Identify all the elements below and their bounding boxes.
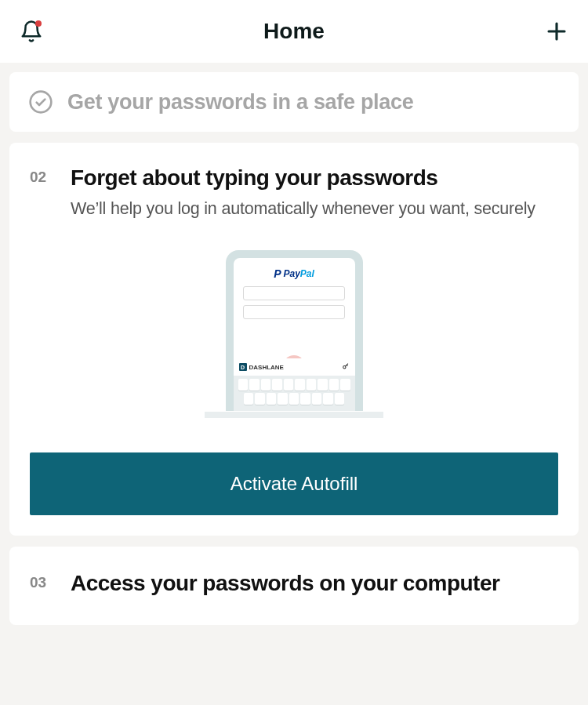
completed-step-card[interactable]: Get your passwords in a safe place — [9, 72, 579, 132]
svg-point-2 — [31, 92, 52, 113]
shadow-icon — [205, 412, 383, 418]
step-subtitle: We’ll help you log in automatically when… — [71, 199, 558, 219]
strip-brand-text: DASHLANE — [249, 364, 284, 371]
illustration-input — [243, 286, 345, 300]
dashlane-logo-icon: D — [239, 363, 247, 371]
keyboard-strip: D DASHLANE — [234, 358, 355, 376]
app-header: Home — [0, 0, 588, 63]
brand-text: Pal — [300, 268, 314, 279]
step-title: Access your passwords on your computer — [71, 570, 558, 597]
current-step-card: 02 Forget about typing your passwords We… — [9, 143, 579, 536]
completed-step-title: Get your passwords in a safe place — [67, 90, 413, 114]
add-button[interactable] — [544, 19, 569, 44]
notification-dot-icon — [35, 20, 42, 27]
phone-screen: P PayPal — [234, 258, 355, 364]
autofill-illustration: P PayPal D DASHLANE — [216, 250, 372, 415]
check-circle-icon — [28, 89, 53, 114]
illustration-input — [243, 305, 345, 319]
step-header: 03 Access your passwords on your compute… — [30, 570, 558, 597]
page-title: Home — [44, 19, 544, 44]
paypal-logo-icon: P PayPal — [274, 267, 314, 280]
step-number: 02 — [30, 169, 53, 186]
next-step-card[interactable]: 03 Access your passwords on your compute… — [9, 547, 579, 625]
phone-frame-icon: P PayPal D DASHLANE — [226, 250, 363, 411]
step-title: Forget about typing your passwords — [71, 165, 558, 191]
key-icon — [342, 362, 350, 372]
step-number: 03 — [30, 574, 53, 591]
keyboard-icon — [234, 376, 355, 411]
main-content: Get your passwords in a safe place 02 Fo… — [0, 63, 588, 645]
step-header: 02 Forget about typing your passwords We… — [30, 165, 558, 219]
activate-autofill-button[interactable]: Activate Autofill — [30, 452, 558, 515]
notifications-icon[interactable] — [19, 19, 44, 44]
